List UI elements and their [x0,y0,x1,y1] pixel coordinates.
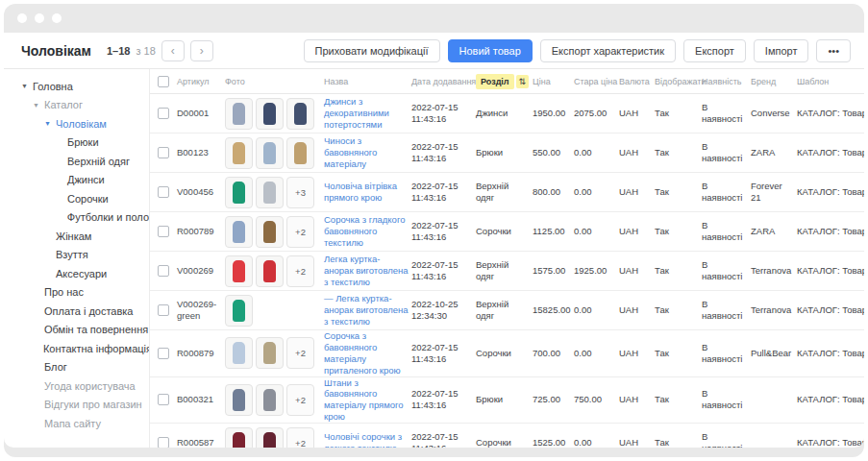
more-photos-badge[interactable]: +3 [286,177,314,208]
product-photo[interactable] [256,337,284,369]
row-checkbox[interactable] [158,226,169,237]
product-name-link[interactable]: Сорочка з гладкого бавовняного текстилю [324,214,409,249]
product-name-link[interactable]: Легка куртка-анорак виготовлена з тексти… [324,254,409,288]
row-checkbox[interactable] [158,147,169,158]
column-header-currency[interactable]: Валюта [619,77,652,86]
column-header-display[interactable]: Відображати [655,77,699,86]
column-header-sku[interactable]: Артикул [177,77,222,86]
row-checkbox[interactable] [158,394,169,405]
photo-cell: +2 [225,427,321,449]
display-cell: Так [655,265,699,277]
next-page-button[interactable]: › [190,40,213,61]
row-checkbox[interactable] [158,348,169,359]
product-name-link[interactable]: Сорочка з бавовняного матеріалу притален… [324,330,409,376]
product-name-link[interactable]: Чоловічі сорочки з легкого текстилю [324,431,409,448]
column-header-date[interactable]: Дата додавання [411,77,473,86]
more-photos-badge[interactable]: +2 [286,427,314,449]
sidebar-item[interactable]: ▼ Каталог [4,96,149,115]
sidebar-item-label: Жінкам [56,230,91,242]
old-price-cell: 750.00 [574,394,616,405]
date-cell: 2022-07-15 11:43:16 [411,102,473,125]
pagination-range: 1–18 [107,45,130,57]
row-checkbox[interactable] [158,108,169,119]
more-photos-badge[interactable]: +2 [286,384,314,416]
sidebar-item[interactable]: ▼ Брюки [4,133,149,153]
column-header-name[interactable]: Назва [324,77,409,86]
product-photo[interactable] [225,384,253,416]
more-actions-button[interactable]: ••• [816,39,851,62]
product-photo[interactable] [256,177,284,208]
sidebar-item[interactable]: ▼ Про нас [4,283,149,303]
product-photo[interactable] [286,137,314,169]
sort-direction-icon[interactable]: ⇅ [516,75,530,88]
product-photo[interactable] [225,295,253,327]
import-button[interactable]: Імпорт [754,39,809,62]
column-header-old-price[interactable]: Стара ціна [574,77,616,86]
sidebar-item[interactable]: ▼ Верхній одяг [4,152,149,171]
sidebar-item[interactable]: ▼ Мапа сайту [4,414,149,433]
product-photo[interactable] [256,427,284,449]
hide-modifications-button[interactable]: Приховати модифікації [304,39,440,62]
column-header-brand[interactable]: Бренд [751,77,794,86]
sidebar-item[interactable]: ▼ Обмін та повернення [4,321,149,340]
product-photo[interactable] [225,98,253,130]
sidebar-item[interactable]: ▼ Угода користувача [4,376,149,396]
product-photo[interactable] [225,427,253,449]
column-header-availability[interactable]: Наявність [702,77,748,86]
new-product-button[interactable]: Новий товар [448,39,533,62]
price-cell: 1525.00 [533,437,571,448]
sidebar-item[interactable]: ▼ Взуття [4,246,149,265]
window-control-dot[interactable] [17,13,27,23]
window-control-dot[interactable] [35,13,44,23]
product-photo[interactable] [225,337,253,369]
row-checkbox[interactable] [158,265,169,277]
product-name-link[interactable]: — Легка куртка-анорак виготовлена з текс… [324,293,409,328]
sidebar-item[interactable]: ▼ Джинси [4,171,149,190]
product-photo[interactable] [286,98,314,130]
sorted-column-label[interactable]: Розділ [476,74,514,89]
sidebar-item[interactable]: ▼ Аксесуари [4,264,149,283]
availability-cell: В наявності [702,181,748,204]
export-button[interactable]: Експорт [683,39,746,62]
product-name-link[interactable]: Чоловіча вітрівка прямого крою [324,181,409,204]
column-header-template[interactable]: Шаблон [797,77,864,86]
product-photo[interactable] [225,255,253,287]
sidebar-item[interactable]: ▼ Футболки и поло [4,208,149,228]
product-name-link[interactable]: Джинси з декоративними потертостями [324,96,409,131]
more-photos-badge[interactable]: +2 [286,216,314,248]
product-photo[interactable] [225,137,253,169]
availability-cell: В наявності [702,141,748,164]
row-checkbox[interactable] [158,437,169,448]
sidebar-item[interactable]: ▼ Відгуки про магазин [4,396,149,415]
row-checkbox[interactable] [158,186,169,198]
prev-page-button[interactable]: ‹ [161,40,185,61]
sidebar-item[interactable]: ▼ Блог [4,358,149,377]
column-header-price[interactable]: Ціна [533,77,571,86]
product-photo[interactable] [225,216,253,248]
window-control-dot[interactable] [52,13,62,23]
column-header-category[interactable]: Розділ ⇅ [476,74,530,89]
product-photo[interactable] [225,177,253,208]
product-photo[interactable] [256,255,284,287]
export-characteristics-button[interactable]: Експорт характеристик [540,39,676,62]
product-photo[interactable] [256,98,284,130]
product-photo[interactable] [256,216,284,248]
column-header-photo[interactable]: Фото [225,77,321,86]
more-photos-badge[interactable]: +2 [286,337,314,369]
product-photo[interactable] [256,384,284,416]
sidebar-item[interactable]: ▼ Сорочки [4,189,149,208]
sidebar-item[interactable]: ▼ Головна [4,77,149,96]
sidebar-item[interactable]: ▼ Контактна інформація [4,339,149,358]
sidebar-item[interactable]: ▼ Жінкам [4,227,149,246]
product-name-link[interactable]: Чиноси з бавовняного матеріалу [324,135,409,170]
sidebar-item[interactable]: ▼ Оплата і доставка [4,302,149,321]
table-row: V000269 +2 Легка куртка-анорак виготовле… [150,252,864,291]
price-cell: 1950.00 [533,108,571,119]
select-all-checkbox[interactable] [158,76,169,87]
row-checkbox[interactable] [158,304,169,316]
product-photo[interactable] [256,137,284,169]
product-name-link[interactable]: Штани з бавовняного матеріалу прямого кр… [324,377,409,424]
more-photos-badge[interactable]: +2 [286,255,314,287]
old-price-cell: 0.00 [574,186,616,198]
sidebar-item[interactable]: ▼ Чоловікам [4,114,149,133]
